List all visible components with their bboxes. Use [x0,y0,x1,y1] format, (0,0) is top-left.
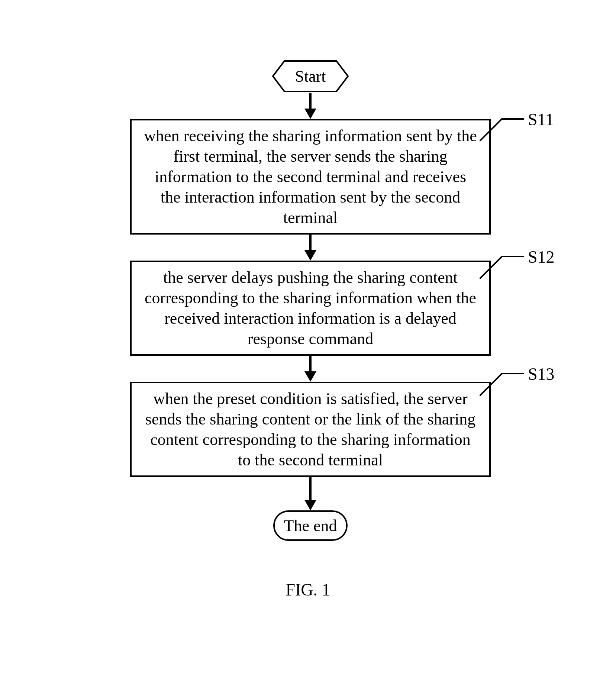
arrow-down [309,477,312,510]
start-node: Start [271,59,349,93]
label-connector-line [480,115,524,141]
process-step-s13: when the preset condition is satisfied, … [130,382,491,477]
end-text: The end [284,516,337,535]
label-connector-line [480,253,524,279]
start-text: Start [295,67,326,86]
step-label-s12: S12 [528,247,555,267]
process-step-s11: when receiving the sharing information s… [130,119,491,235]
arrow-down [309,235,312,261]
label-connector-line [480,370,524,396]
process-step-s12: the server delays pushing the sharing co… [130,261,491,356]
step-label-s13: S13 [528,364,555,384]
flowchart-container: Start when receiving the sharing informa… [59,59,561,541]
arrow-down [309,356,312,382]
process-text: when the preset condition is satisfied, … [145,390,475,469]
arrow-down [309,93,312,119]
process-text: the server delays pushing the sharing co… [145,268,476,348]
process-text: when receiving the sharing information s… [144,127,477,227]
figure-caption: FIG. 1 [286,580,330,600]
step-label-s11: S11 [528,110,554,129]
end-node: The end [273,510,348,541]
